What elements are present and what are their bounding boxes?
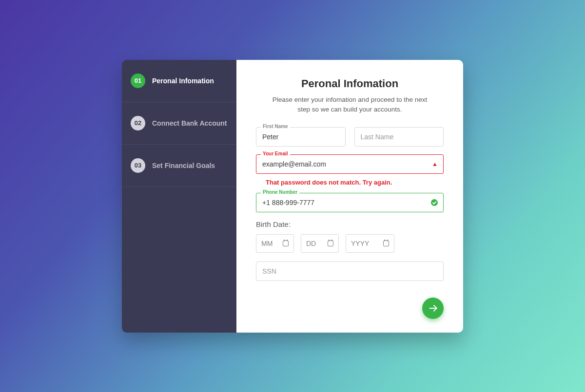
step-financial-goals[interactable]: 03 Set Financial Goals xyxy=(122,145,236,187)
form-panel: Peronal Infomation Please enter your inf… xyxy=(236,60,463,333)
next-button[interactable] xyxy=(422,298,444,319)
sidebar: 01 Peronal Infomation 02 Connect Bank Ac… xyxy=(122,60,236,333)
email-label: Your Email xyxy=(261,151,290,156)
warning-icon: ▲ xyxy=(432,161,438,168)
step-badge: 01 xyxy=(131,74,145,88)
step-connect-bank[interactable]: 02 Connect Bank Account xyxy=(122,102,236,145)
ssn-field-wrap xyxy=(256,261,444,281)
first-name-field-wrap: First Name xyxy=(256,127,346,147)
step-badge: 02 xyxy=(131,116,145,131)
step-label: Peronal Infomation xyxy=(152,77,214,85)
page-subtitle: Please enter your infomation and proceed… xyxy=(270,95,430,115)
birth-month-select[interactable]: MM xyxy=(256,234,294,253)
email-field-wrap: Your Email ▲ xyxy=(256,154,444,174)
error-message: That password does not match. Try again. xyxy=(266,179,444,186)
phone-label: Phone Number xyxy=(261,189,299,195)
calendar-icon xyxy=(328,241,333,246)
birth-date-label: Birth Date: xyxy=(256,220,444,228)
step-label: Connect Bank Account xyxy=(152,119,227,127)
checkmark-icon xyxy=(431,199,438,206)
mm-text: MM xyxy=(261,240,273,247)
phone-field-wrap: Phone Number xyxy=(256,193,444,212)
wizard-card: 01 Peronal Infomation 02 Connect Bank Ac… xyxy=(122,60,463,333)
birth-year-select[interactable]: YYYY xyxy=(346,234,394,253)
calendar-icon xyxy=(283,241,289,246)
yyyy-text: YYYY xyxy=(351,240,369,247)
first-name-input[interactable] xyxy=(256,127,346,147)
ssn-input[interactable] xyxy=(256,261,444,281)
phone-input[interactable] xyxy=(256,193,444,212)
step-label: Set Financial Goals xyxy=(152,162,215,169)
first-name-label: First Name xyxy=(261,124,290,129)
arrow-right-icon xyxy=(429,305,436,312)
birth-day-select[interactable]: DD xyxy=(301,234,339,253)
last-name-field-wrap xyxy=(354,127,444,147)
step-personal-info[interactable]: 01 Peronal Infomation xyxy=(122,60,236,102)
step-badge: 03 xyxy=(131,158,145,173)
dd-text: DD xyxy=(306,240,316,247)
last-name-input[interactable] xyxy=(354,127,444,147)
calendar-icon xyxy=(383,241,389,246)
page-title: Peronal Infomation xyxy=(256,77,444,90)
email-input[interactable] xyxy=(256,154,444,174)
